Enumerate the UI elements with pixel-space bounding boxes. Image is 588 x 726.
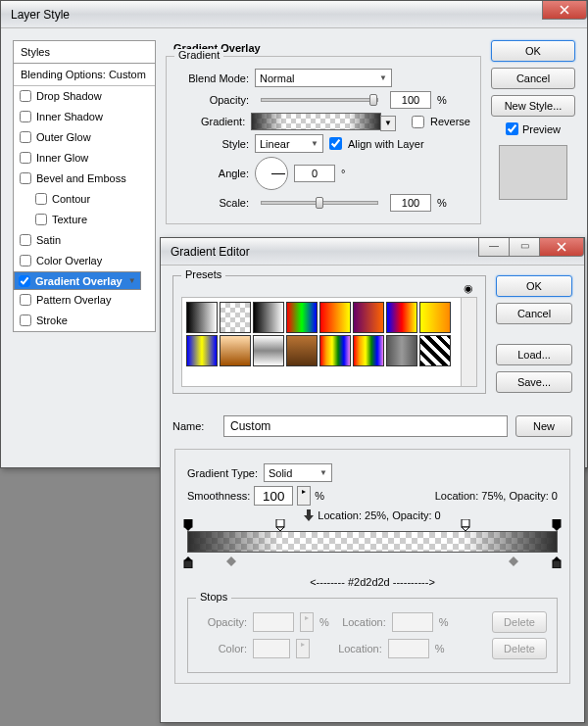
gradient-label: Gradient: [176, 116, 245, 127]
presets-grid[interactable] [181, 297, 477, 387]
ge-cancel-button[interactable]: Cancel [496, 303, 572, 324]
preset-swatch[interactable] [186, 335, 218, 366]
preset-swatch[interactable] [386, 335, 417, 366]
spinner-icon: ▸ [296, 639, 310, 658]
style-item-pattern-overlay[interactable]: Pattern Overlay [14, 290, 155, 311]
maximize-icon[interactable]: ▭ [509, 238, 540, 257]
style-item-satin[interactable]: Satin [14, 230, 155, 251]
style-checkbox[interactable] [20, 90, 31, 102]
blending-options-item[interactable]: Blending Options: Custom [14, 64, 155, 86]
stop-location-label: Location: [335, 616, 386, 628]
new-gradient-button[interactable]: New [515, 415, 572, 437]
preset-swatch[interactable] [253, 335, 284, 366]
gradient-ramp[interactable] [187, 531, 558, 553]
close-icon[interactable] [542, 1, 587, 20]
preset-swatch[interactable] [319, 335, 351, 366]
preview-label: Preview [522, 123, 561, 135]
align-checkbox[interactable] [329, 137, 342, 150]
style-checkbox[interactable] [20, 255, 31, 266]
opacity-stop[interactable] [461, 519, 470, 529]
ge-load-button[interactable]: Load... [496, 344, 572, 365]
style-checkbox[interactable] [20, 172, 31, 184]
gradient-group-legend: Gradient [174, 49, 223, 61]
style-item-label: Stroke [36, 315, 68, 326]
stop-opacity-label: Opacity: [198, 616, 247, 628]
blend-mode-select[interactable]: Normal [255, 69, 392, 87]
style-item-inner-glow[interactable]: Inner Glow [14, 148, 155, 169]
pct-label-2: % [437, 197, 447, 209]
grad-type-select[interactable]: Solid [264, 463, 332, 482]
opacity-stop[interactable] [183, 519, 193, 529]
style-select[interactable]: Linear [255, 134, 323, 153]
presets-menu-icon[interactable]: ◉ [181, 282, 477, 295]
color-stop[interactable] [183, 557, 193, 566]
svg-rect-3 [553, 519, 561, 527]
style-checkbox[interactable] [35, 214, 47, 225]
reverse-label: Reverse [430, 116, 470, 127]
smoothness-input[interactable] [254, 486, 293, 506]
pct-label-3: % [315, 490, 324, 502]
smoothness-dropdown-icon[interactable]: ▸ [297, 486, 311, 506]
style-checkbox[interactable] [20, 152, 31, 164]
preview-checkbox[interactable] [506, 122, 518, 135]
preset-swatch[interactable] [186, 302, 218, 333]
style-item-contour[interactable]: Contour [14, 189, 155, 210]
cancel-button[interactable]: Cancel [491, 68, 575, 89]
name-input[interactable] [223, 415, 508, 437]
style-item-gradient-overlay[interactable]: Gradient Overlay [14, 271, 141, 290]
ge-ok-button[interactable]: OK [496, 275, 572, 297]
midpoint-icon[interactable] [226, 557, 236, 566]
preset-swatch[interactable] [353, 335, 384, 366]
styles-list: Styles Blending Options: Custom Drop Sha… [13, 40, 156, 332]
style-checkbox[interactable] [20, 111, 31, 122]
style-item-texture[interactable]: Texture [14, 210, 155, 230]
gradient-editor-titlebar[interactable]: Gradient Editor — ▭ [161, 238, 584, 266]
presets-scrollbar[interactable] [461, 298, 476, 386]
style-checkbox[interactable] [19, 275, 30, 287]
opacity-slider[interactable] [261, 98, 378, 102]
gradient-editor-title: Gradient Editor [165, 245, 250, 259]
preset-swatch[interactable] [419, 335, 451, 366]
angle-dial[interactable] [255, 157, 288, 190]
midpoint-icon[interactable] [509, 557, 518, 566]
style-item-label: Inner Glow [36, 152, 88, 164]
opacity-stop[interactable] [552, 519, 562, 529]
angle-input[interactable] [294, 165, 335, 182]
preset-swatch[interactable] [353, 302, 384, 333]
gradient-preview[interactable] [251, 113, 381, 130]
style-checkbox[interactable] [35, 193, 47, 205]
new-style-button[interactable]: New Style... [491, 95, 575, 117]
style-item-color-overlay[interactable]: Color Overlay [14, 251, 155, 271]
style-item-stroke[interactable]: Stroke [14, 311, 155, 331]
scale-input[interactable] [390, 194, 431, 212]
preset-swatch[interactable] [286, 335, 318, 366]
preset-swatch[interactable] [319, 302, 351, 333]
preset-swatch[interactable] [286, 302, 318, 333]
preset-swatch[interactable] [253, 302, 284, 333]
angle-label: Angle: [176, 168, 249, 179]
minimize-icon[interactable]: — [478, 238, 510, 257]
scale-slider[interactable] [261, 201, 378, 205]
style-item-inner-shadow[interactable]: Inner Shadow [14, 107, 155, 127]
opacity-input[interactable] [390, 91, 431, 109]
svg-rect-0 [184, 519, 192, 527]
color-stop[interactable] [552, 557, 562, 566]
layer-style-titlebar[interactable]: Layer Style [1, 1, 587, 28]
style-item-outer-glow[interactable]: Outer Glow [14, 127, 155, 148]
reverse-checkbox[interactable] [412, 116, 424, 128]
ge-save-button[interactable]: Save... [496, 371, 572, 393]
style-checkbox[interactable] [20, 315, 31, 326]
close-icon[interactable] [539, 238, 584, 257]
ok-button[interactable]: OK [491, 40, 575, 62]
styles-header[interactable]: Styles [14, 41, 155, 64]
style-checkbox[interactable] [20, 131, 31, 143]
style-item-drop-shadow[interactable]: Drop Shadow [14, 86, 155, 107]
preset-swatch[interactable] [386, 302, 417, 333]
preset-swatch[interactable] [419, 302, 451, 333]
style-item-bevel-and-emboss[interactable]: Bevel and Emboss [14, 169, 155, 189]
style-checkbox[interactable] [20, 234, 31, 246]
style-checkbox[interactable] [20, 294, 31, 306]
preset-swatch[interactable] [220, 335, 251, 366]
opacity-stop[interactable] [275, 519, 285, 529]
preset-swatch[interactable] [220, 302, 251, 333]
